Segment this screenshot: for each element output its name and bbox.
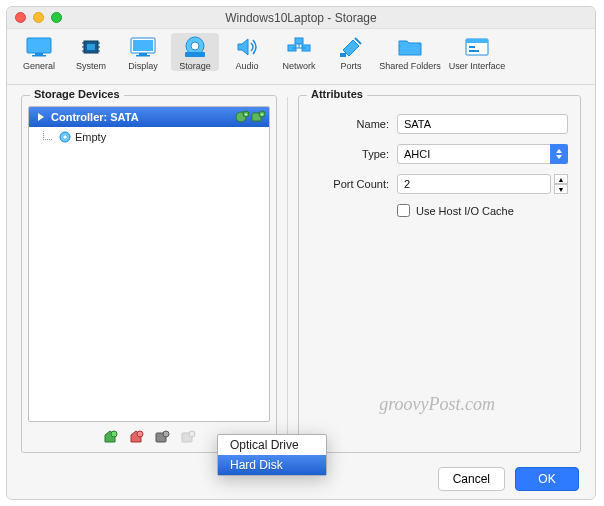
- svg-text:+: +: [244, 111, 248, 117]
- storage-tree[interactable]: Controller: SATA + + Empty: [28, 106, 270, 422]
- ok-button[interactable]: OK: [515, 467, 579, 491]
- svg-rect-0: [27, 38, 51, 53]
- type-select[interactable]: [397, 144, 568, 164]
- hostio-checkbox[interactable]: [397, 204, 410, 217]
- stepper-up-icon[interactable]: ▲: [554, 174, 568, 184]
- svg-marker-28: [38, 113, 44, 121]
- ports-icon: [336, 35, 366, 59]
- ui-icon: [462, 35, 492, 59]
- controller-row[interactable]: Controller: SATA + +: [29, 107, 269, 127]
- portcount-label: Port Count:: [311, 178, 389, 190]
- window-title: Windows10Laptop - Storage: [7, 11, 595, 25]
- disc-icon: [59, 131, 71, 143]
- name-input[interactable]: [397, 114, 568, 134]
- controller-icon: [35, 111, 47, 123]
- storage-devices-panel: Storage Devices Controller: SATA + + Emp…: [7, 85, 287, 459]
- tab-general[interactable]: General: [15, 33, 63, 71]
- menu-optical-drive[interactable]: Optical Drive: [218, 435, 326, 455]
- controller-label: Controller: SATA: [51, 111, 139, 123]
- svg-marker-43: [556, 149, 562, 153]
- svg-rect-20: [295, 38, 303, 44]
- add-harddisk-icon[interactable]: +: [251, 110, 265, 124]
- stepper-down-icon[interactable]: ▼: [554, 184, 568, 194]
- network-icon: [284, 35, 314, 59]
- tab-ports[interactable]: Ports: [327, 33, 375, 71]
- svg-rect-25: [466, 39, 488, 43]
- add-optical-icon[interactable]: +: [235, 110, 249, 124]
- hostio-label: Use Host I/O Cache: [416, 205, 514, 217]
- type-label: Type:: [311, 148, 389, 160]
- storage-devices-title: Storage Devices: [30, 88, 124, 100]
- svg-rect-4: [87, 44, 95, 50]
- empty-slot-row[interactable]: Empty: [29, 127, 269, 147]
- attributes-panel: Attributes Name: Type:: [288, 85, 595, 459]
- tab-shared-folders[interactable]: Shared Folders: [379, 33, 441, 71]
- chevron-updown-icon[interactable]: [550, 144, 568, 164]
- cancel-button[interactable]: Cancel: [438, 467, 505, 491]
- display-icon: [128, 35, 158, 59]
- svg-rect-14: [136, 55, 150, 57]
- svg-rect-27: [469, 50, 479, 52]
- tab-user-interface[interactable]: User Interface: [445, 33, 509, 71]
- attributes-title: Attributes: [307, 88, 367, 100]
- tab-system[interactable]: System: [67, 33, 115, 71]
- svg-rect-2: [32, 55, 46, 57]
- remove-attachment-button[interactable]: [179, 428, 197, 446]
- tab-storage[interactable]: Storage: [171, 33, 219, 71]
- svg-point-38: [137, 431, 143, 437]
- svg-text:+: +: [260, 111, 264, 117]
- portcount-input[interactable]: [397, 174, 551, 194]
- chip-icon: [76, 35, 106, 59]
- portcount-stepper[interactable]: ▲ ▼: [397, 174, 568, 194]
- storage-settings-window: Windows10Laptop - Storage General System…: [6, 6, 596, 500]
- svg-point-40: [163, 431, 169, 437]
- remove-controller-button[interactable]: [127, 428, 145, 446]
- svg-marker-44: [556, 155, 562, 159]
- name-label: Name:: [311, 118, 389, 130]
- type-value[interactable]: [397, 144, 568, 164]
- menu-hard-disk[interactable]: Hard Disk: [218, 455, 326, 475]
- speaker-icon: [232, 35, 262, 59]
- tab-display[interactable]: Display: [119, 33, 167, 71]
- add-attachment-menu: Optical Drive Hard Disk: [217, 434, 327, 476]
- svg-point-16: [191, 42, 199, 50]
- svg-rect-23: [340, 53, 346, 57]
- empty-label: Empty: [75, 131, 106, 143]
- tab-network[interactable]: Network: [275, 33, 323, 71]
- svg-point-42: [189, 431, 195, 437]
- add-attachment-button[interactable]: [153, 428, 171, 446]
- svg-point-36: [64, 136, 67, 139]
- svg-rect-17: [185, 52, 205, 57]
- svg-rect-1: [35, 53, 43, 55]
- titlebar: Windows10Laptop - Storage: [7, 7, 595, 29]
- add-controller-button[interactable]: [101, 428, 119, 446]
- settings-toolbar: General System Display Storage Audio: [7, 29, 595, 85]
- monitor-icon: [24, 35, 54, 59]
- svg-rect-26: [469, 46, 475, 48]
- folder-icon: [395, 35, 425, 59]
- main-area: Storage Devices Controller: SATA + + Emp…: [7, 85, 595, 459]
- svg-rect-13: [139, 53, 147, 55]
- svg-point-37: [111, 431, 117, 437]
- svg-rect-12: [133, 40, 153, 51]
- tab-audio[interactable]: Audio: [223, 33, 271, 71]
- harddisk-icon: [180, 35, 210, 59]
